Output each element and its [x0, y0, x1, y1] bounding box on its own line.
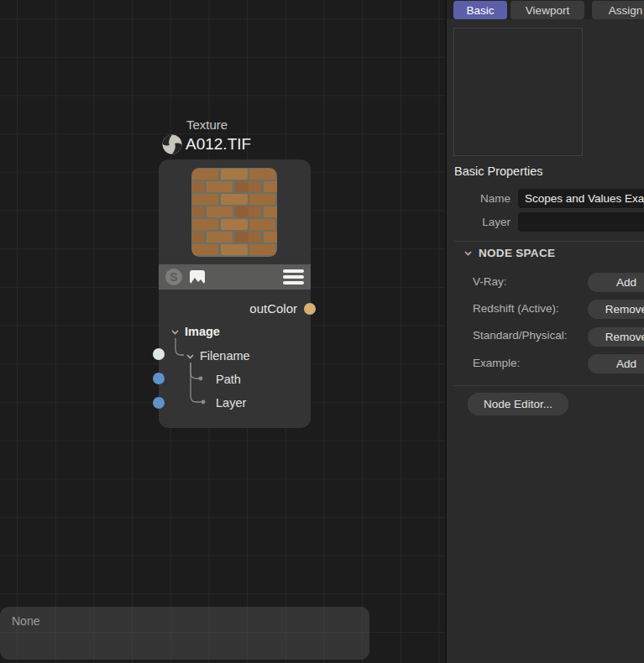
node-name: A012.TIF [186, 135, 251, 154]
layer-input[interactable] [518, 212, 644, 232]
tree-item-layer[interactable]: Layer [216, 396, 246, 410]
node-editor-button[interactable]: Node Editor... [468, 393, 568, 415]
chevron-down-icon[interactable] [186, 352, 195, 361]
standard-physical-label: Standard/Physical: [473, 329, 568, 342]
texture-ball-icon [161, 133, 183, 155]
separator [453, 385, 644, 386]
menu-icon[interactable] [283, 269, 304, 285]
tab-basic[interactable]: Basic [453, 1, 507, 19]
separator [453, 241, 644, 242]
name-input[interactable]: Scopes and Values Exa [518, 189, 644, 208]
vray-label: V-Ray: [473, 275, 507, 288]
example-label: Example: [473, 357, 520, 369]
redshift-remove-button[interactable]: Remove [588, 300, 644, 319]
status-label: None [12, 614, 358, 628]
image-icon [190, 270, 205, 284]
texture-thumbnail[interactable] [191, 168, 277, 257]
tab-assign[interactable]: Assign [592, 1, 644, 19]
attributes-panel: Basic Viewport Assign Basic Properties N… [447, 0, 644, 663]
tab-bar: Basic Viewport Assign [447, 0, 644, 19]
chevron-down-icon[interactable] [170, 327, 180, 337]
path-port[interactable] [153, 373, 165, 384]
status-box: None [0, 607, 369, 660]
chevron-down-icon[interactable] [463, 248, 473, 258]
node-header: A012.TIF [161, 133, 251, 155]
tree-item-image[interactable]: Image [170, 325, 220, 338]
node-editor-canvas[interactable]: Texture A012.TIF [0, 0, 445, 663]
outcolor-port[interactable] [304, 303, 316, 315]
standard-physical-remove-button[interactable]: Remove [588, 327, 644, 347]
node-toolbar: S [159, 264, 311, 290]
name-label: Name [447, 192, 510, 205]
example-add-button[interactable]: Add [588, 354, 644, 373]
node-type-label: Texture [186, 117, 228, 132]
texture-node[interactable]: S outColor Image [159, 159, 311, 428]
basic-properties-title: Basic Properties [454, 164, 543, 178]
vray-add-button[interactable]: Add [588, 273, 644, 292]
outcolor-port-label: outColor [249, 301, 297, 316]
material-preview[interactable] [453, 28, 583, 156]
shader-badge-icon: S [165, 269, 182, 285]
redshift-label: Redshift (Active): [473, 302, 559, 315]
tab-viewport[interactable]: Viewport [510, 1, 584, 19]
filename-port[interactable] [153, 348, 165, 360]
node-space-section-header[interactable]: NODE SPACE [463, 247, 555, 259]
layer-label: Layer [447, 216, 510, 228]
layer-port[interactable] [153, 397, 165, 409]
tree-item-path[interactable]: Path [216, 373, 241, 386]
tree-item-filename[interactable]: Filename [186, 349, 250, 363]
